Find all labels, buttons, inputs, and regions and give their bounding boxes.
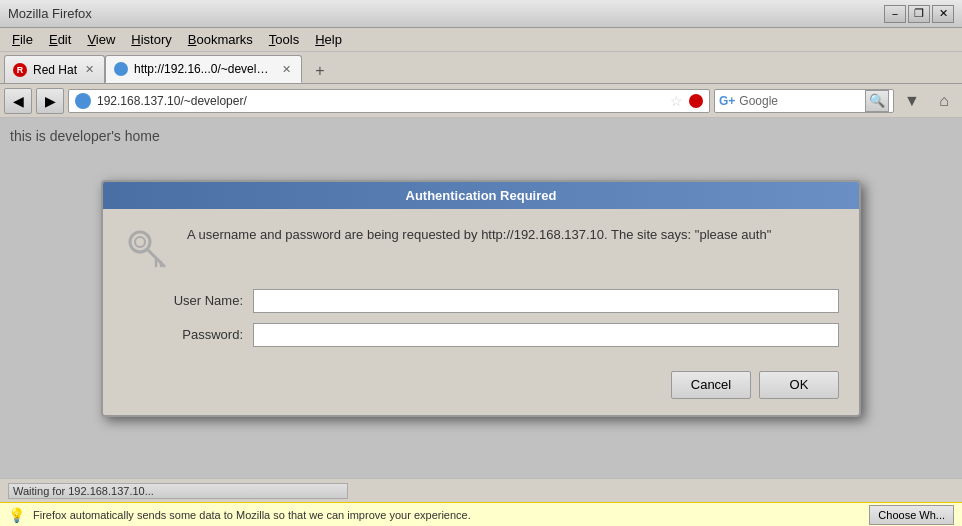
cancel-button[interactable]: Cancel xyxy=(671,371,751,399)
home-button[interactable]: ⌂ xyxy=(930,88,958,114)
tab-label-developer: http://192.16...0/~developer/ xyxy=(134,62,274,76)
dialog-buttons: Cancel OK xyxy=(123,363,839,399)
close-button[interactable]: ✕ xyxy=(932,5,954,23)
page-content-area: this is developer's home Authentication … xyxy=(0,118,962,478)
menu-history[interactable]: History xyxy=(123,30,179,49)
modal-overlay: Authentication Required A username and p… xyxy=(0,118,962,478)
new-tab-button[interactable]: + xyxy=(306,59,334,83)
search-engine-label: G+ xyxy=(719,94,735,108)
dialog-form: User Name: Password: xyxy=(123,289,839,347)
tab-close-developer[interactable]: ✕ xyxy=(280,61,293,78)
tab-close-redhat[interactable]: ✕ xyxy=(83,61,96,78)
notification-button[interactable]: Choose Wh... xyxy=(869,505,954,525)
notification-text: Firefox automatically sends some data to… xyxy=(33,509,471,521)
menu-bar: File Edit View History Bookmarks Tools H… xyxy=(0,28,962,52)
username-input[interactable] xyxy=(253,289,839,313)
back-button[interactable]: ◀ xyxy=(4,88,32,114)
ok-button[interactable]: OK xyxy=(759,371,839,399)
search-input[interactable]: Google xyxy=(739,94,861,108)
notification-icon: 💡 xyxy=(8,507,25,523)
minimize-button[interactable]: − xyxy=(884,5,906,23)
key-icon xyxy=(123,225,171,273)
dialog-title-bar: Authentication Required xyxy=(103,182,859,209)
menu-edit[interactable]: Edit xyxy=(41,30,79,49)
tab-developer[interactable]: http://192.16...0/~developer/ ✕ xyxy=(105,55,302,83)
menu-help[interactable]: Help xyxy=(307,30,350,49)
search-bar[interactable]: G+ Google 🔍 xyxy=(714,89,894,113)
svg-point-1 xyxy=(135,237,145,247)
password-input[interactable] xyxy=(253,323,839,347)
address-bar[interactable]: 192.168.137.10/~developer/ ☆ xyxy=(68,89,710,113)
menu-view[interactable]: View xyxy=(79,30,123,49)
dialog-message-row: A username and password are being reques… xyxy=(123,225,839,273)
download-button[interactable]: ▼ xyxy=(898,88,926,114)
record-icon xyxy=(689,94,703,108)
menu-file[interactable]: File xyxy=(4,30,41,49)
password-label: Password: xyxy=(123,327,243,342)
menu-tools[interactable]: Tools xyxy=(261,30,307,49)
menu-bookmarks[interactable]: Bookmarks xyxy=(180,30,261,49)
status-text: Waiting for 192.168.137.10... xyxy=(8,483,348,499)
notification-bar: 💡 Firefox automatically sends some data … xyxy=(0,502,962,526)
address-text: 192.168.137.10/~developer/ xyxy=(97,94,664,108)
tab-favicon-developer xyxy=(114,62,128,76)
title-bar: Mozilla Firefox − ❐ ✕ xyxy=(0,0,962,28)
dialog-message: A username and password are being reques… xyxy=(187,225,771,245)
bookmark-star-icon[interactable]: ☆ xyxy=(670,93,683,109)
tab-redhat[interactable]: R Red Hat ✕ xyxy=(4,55,105,83)
site-icon xyxy=(75,93,91,109)
status-bar: Waiting for 192.168.137.10... xyxy=(0,478,962,502)
search-button[interactable]: 🔍 xyxy=(865,90,889,112)
dialog-body: A username and password are being reques… xyxy=(103,209,859,415)
username-label: User Name: xyxy=(123,293,243,308)
auth-dialog: Authentication Required A username and p… xyxy=(101,180,861,417)
forward-button[interactable]: ▶ xyxy=(36,88,64,114)
nav-bar: ◀ ▶ 192.168.137.10/~developer/ ☆ G+ Goog… xyxy=(0,84,962,118)
tab-label-redhat: Red Hat xyxy=(33,63,77,77)
restore-button[interactable]: ❐ xyxy=(908,5,930,23)
window-controls: − ❐ ✕ xyxy=(884,5,954,23)
tab-favicon-redhat: R xyxy=(13,63,27,77)
dialog-title: Authentication Required xyxy=(406,188,557,203)
window-title: Mozilla Firefox xyxy=(8,6,92,21)
tab-bar: R Red Hat ✕ http://192.16...0/~developer… xyxy=(0,52,962,84)
